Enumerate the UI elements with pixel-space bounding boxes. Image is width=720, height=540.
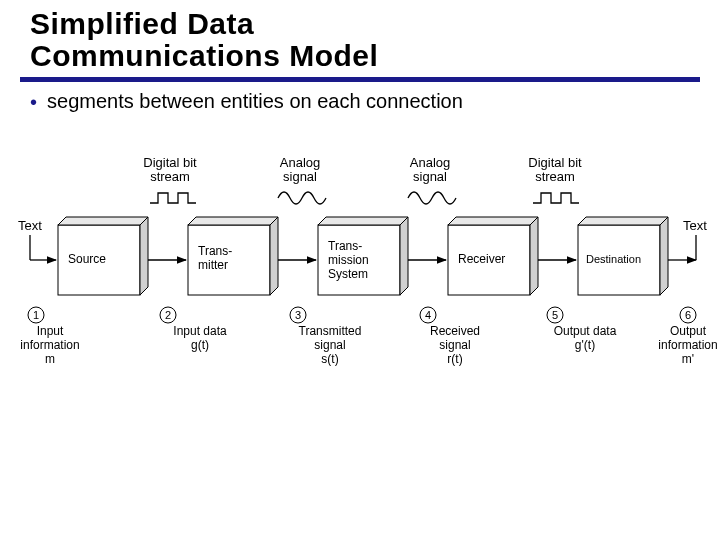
box-trans-sys-l3: System [328, 267, 368, 281]
cap4c: r(t) [447, 352, 462, 366]
cap5b: g'(t) [575, 338, 595, 352]
label-digital-bit-stream-1a: Digital bit [143, 155, 197, 170]
box-receiver-label: Receiver [458, 252, 505, 266]
side-text-right: Text [683, 218, 707, 233]
cap6b: information [658, 338, 717, 352]
label-digital-bit-stream-4a: Digital bit [528, 155, 582, 170]
side-text-left: Text [18, 218, 42, 233]
box-source: Source [58, 217, 148, 295]
num-6: 6 [685, 309, 691, 321]
cap3c: s(t) [321, 352, 338, 366]
bullet-item: • segments between entities on each conn… [0, 90, 720, 113]
num-3: 3 [295, 309, 301, 321]
cap5a: Output data [554, 324, 617, 338]
box-transmission-system: Trans- mission System [318, 217, 408, 295]
box-source-label: Source [68, 252, 106, 266]
cap6c: m' [682, 352, 694, 366]
bullet-dot-icon: • [30, 92, 37, 112]
cap2b: g(t) [191, 338, 209, 352]
box-destination-label: Destination [586, 253, 641, 265]
step-numbers: 1 2 3 4 5 6 [28, 307, 696, 323]
cap2a: Input data [173, 324, 227, 338]
label-analog-signal-3b: signal [413, 169, 447, 184]
label-analog-signal-2b: signal [283, 169, 317, 184]
title-underline [20, 77, 700, 82]
bottom-captions: Input information m Input data g(t) Tran… [20, 324, 717, 366]
comm-model-diagram: Digital bit stream Analog signal Analog … [0, 155, 720, 385]
box-receiver: Receiver [448, 217, 538, 295]
box-trans-sys-l2: mission [328, 253, 369, 267]
cap1a: Input [37, 324, 64, 338]
num-2: 2 [165, 309, 171, 321]
cap4b: signal [439, 338, 470, 352]
label-digital-bit-stream-4b: stream [535, 169, 575, 184]
slide-title: Simplified Data Communications Model [0, 0, 720, 75]
cap4a: Received [430, 324, 480, 338]
cap1c: m [45, 352, 55, 366]
box-transmitter: Trans- mitter [188, 217, 278, 295]
cap3a: Transmitted [299, 324, 362, 338]
sine-wave-icon [278, 192, 326, 204]
box-trans-sys-l1: Trans- [328, 239, 362, 253]
label-digital-bit-stream-1b: stream [150, 169, 190, 184]
num-4: 4 [425, 309, 431, 321]
square-wave-icon-2 [533, 193, 579, 203]
cap3b: signal [314, 338, 345, 352]
title-line2: Communications Model [30, 39, 378, 72]
title-line1: Simplified Data [30, 7, 254, 40]
num-5: 5 [552, 309, 558, 321]
label-analog-signal-3a: Analog [410, 155, 450, 170]
box-transmitter-l1: Trans- [198, 244, 232, 258]
cap1b: information [20, 338, 79, 352]
cap6a: Output [670, 324, 707, 338]
square-wave-icon [150, 193, 196, 203]
label-analog-signal-2a: Analog [280, 155, 320, 170]
bullet-text: segments between entities on each connec… [47, 90, 463, 113]
num-1: 1 [33, 309, 39, 321]
sine-wave-icon-2 [408, 192, 456, 204]
box-destination: Destination [578, 217, 668, 295]
box-transmitter-l2: mitter [198, 258, 228, 272]
